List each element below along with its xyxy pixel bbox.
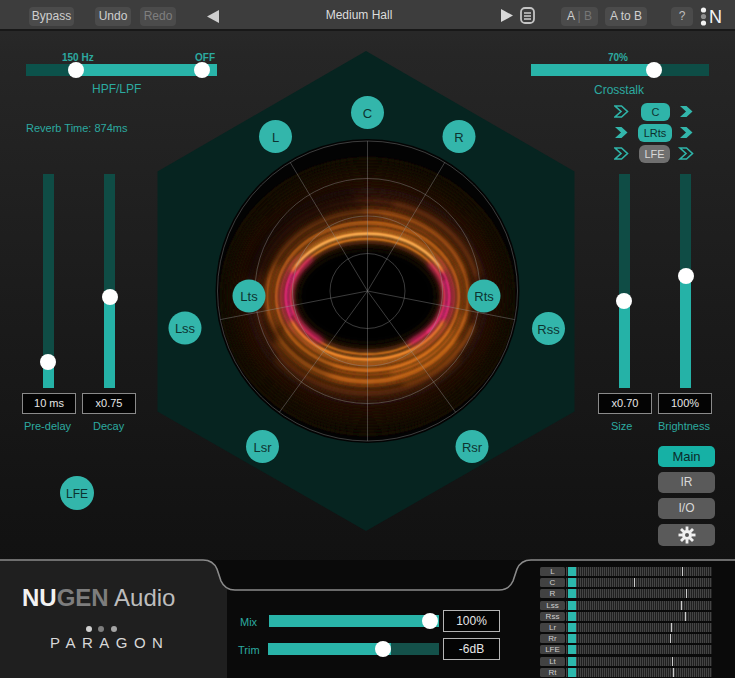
svg-text:R: R (454, 130, 463, 145)
svg-text:Lsr: Lsr (253, 440, 272, 455)
svg-text:LFE: LFE (66, 487, 88, 501)
svg-text:Rss: Rss (537, 322, 560, 337)
svg-text:Lts: Lts (240, 289, 258, 304)
svg-text:Rts: Rts (474, 289, 494, 304)
svg-text:L: L (272, 130, 279, 145)
svg-text:C: C (363, 106, 372, 121)
svg-text:Lss: Lss (175, 321, 196, 336)
svg-text:Rsr: Rsr (462, 440, 483, 455)
